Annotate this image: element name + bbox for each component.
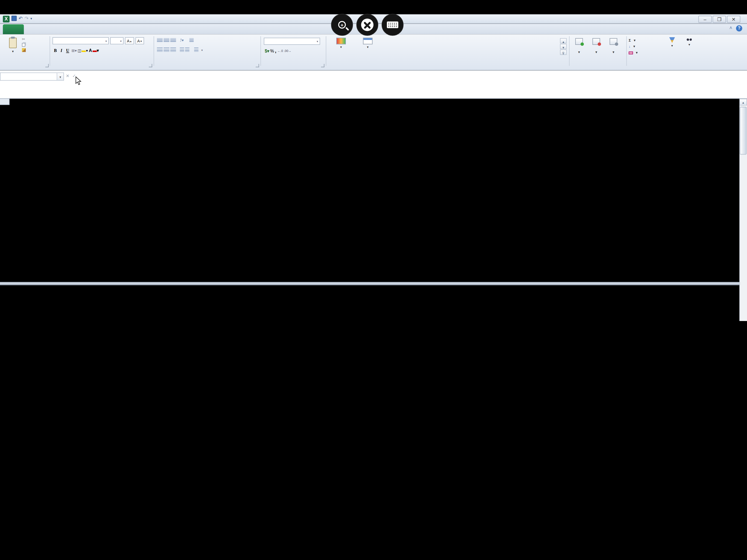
group-number: ▾ $▾ % , ←.0 .00→	[261, 35, 325, 69]
gallery-up-icon[interactable]: ▴	[560, 38, 567, 44]
conditional-formatting-icon	[336, 38, 346, 44]
minimize-ribbon-icon[interactable]: ˄	[729, 25, 732, 31]
number-dialog-launcher-icon[interactable]	[321, 64, 324, 67]
group-alignment: ⤴▾ ▾	[154, 35, 260, 69]
grow-font-icon[interactable]: A▲	[125, 37, 134, 44]
delete-cells-button[interactable]: ▾	[588, 37, 605, 54]
mouse-cursor	[75, 76, 82, 87]
font-name-select[interactable]: ▾	[52, 37, 109, 44]
increase-indent-icon[interactable]	[185, 48, 189, 52]
group-cells: ▾ ▾ ▾	[570, 35, 626, 69]
wrap-text-icon	[189, 38, 194, 43]
minimize-button[interactable]: –	[698, 16, 712, 23]
undo-icon[interactable]: ↶	[19, 16, 23, 21]
clipboard-dialog-launcher-icon[interactable]	[45, 64, 49, 67]
increase-decimal-icon[interactable]: ←.0	[277, 49, 283, 52]
annotation-tool-button[interactable]	[356, 14, 378, 36]
insert-icon	[575, 38, 583, 45]
font-color-icon[interactable]: A▾	[89, 48, 99, 53]
formula-bar	[0, 71, 747, 99]
decrease-decimal-icon[interactable]: .00→	[284, 49, 291, 52]
font-dialog-launcher-icon[interactable]	[149, 64, 152, 67]
group-styles: ▾ ▾ ▴ ▾ ⊽	[326, 35, 568, 69]
fill-button[interactable]: ↓ ▾	[628, 44, 638, 49]
decrease-indent-icon[interactable]	[180, 48, 184, 52]
tab-file[interactable]	[3, 24, 24, 34]
italic-icon[interactable]: I	[59, 48, 64, 53]
fill-color-icon[interactable]: ◫▾	[78, 48, 88, 53]
name-box-dropdown-icon[interactable]: ▾	[57, 73, 64, 81]
merge-center-button[interactable]: ▾	[194, 48, 203, 52]
alignment-dialog-launcher-icon[interactable]	[256, 64, 259, 67]
fill-down-icon: ↓	[628, 44, 630, 49]
group-editing: Σ ▾ ↓ ▾ ▾ ▾ ▾	[627, 35, 698, 69]
copy-button[interactable]	[22, 43, 27, 47]
conditional-formatting-button[interactable]: ▾	[328, 36, 354, 49]
letterbox-top	[0, 0, 747, 14]
autosum-button[interactable]: Σ ▾	[628, 38, 638, 43]
format-painter-button[interactable]	[22, 48, 27, 52]
vertical-scroll-thumb[interactable]	[740, 107, 746, 154]
window-controls: – ❐ ✕	[698, 16, 741, 23]
keyboard-tool-button[interactable]	[382, 14, 404, 36]
clipboard-icon	[9, 38, 17, 48]
delete-icon	[593, 38, 600, 45]
keyboard-icon	[387, 22, 398, 28]
orientation-icon[interactable]: ⤴▾	[180, 38, 184, 43]
gallery-down-icon[interactable]: ▾	[560, 44, 567, 49]
zoom-in-tool-button[interactable]: +	[331, 14, 353, 36]
comma-style-icon[interactable]: ,	[275, 48, 277, 53]
group-font: ▾ ▾ A▲ A▼ B I U ⊞▾ ◫▾ A▾	[51, 35, 153, 69]
find-select-button[interactable]: ▾	[681, 37, 697, 47]
paste-dropdown-icon[interactable]: ▾	[5, 50, 21, 53]
paste-button[interactable]: ▾	[5, 36, 21, 63]
format-painter-icon	[22, 48, 26, 52]
help-icon[interactable]: ?	[736, 25, 742, 31]
number-format-select[interactable]: ▾	[264, 38, 320, 45]
group-clipboard: ▾ ✂	[2, 35, 50, 69]
shrink-font-icon[interactable]: A▼	[135, 37, 144, 44]
close-button[interactable]: ✕	[727, 16, 741, 23]
magnifier-plus-icon: +	[338, 21, 346, 29]
underline-icon[interactable]: U	[65, 48, 71, 53]
save-icon[interactable]	[11, 16, 17, 21]
border-icon[interactable]: ⊞▾	[72, 48, 77, 53]
scissors-icon: ✂	[22, 37, 25, 42]
gallery-scroll: ▴ ▾ ⊽	[560, 38, 567, 55]
copy-icon	[22, 43, 25, 47]
clear-button[interactable]: ▾	[628, 51, 638, 55]
format-cells-button[interactable]: ▾	[605, 37, 622, 54]
binoculars-icon	[686, 37, 693, 42]
eraser-icon	[628, 51, 633, 54]
wrap-text-button[interactable]	[189, 38, 195, 43]
align-left-icon[interactable]	[157, 48, 163, 52]
excel-app-icon[interactable]: X	[3, 16, 9, 22]
insert-cells-button[interactable]: ▾	[571, 37, 588, 54]
scroll-up-icon[interactable]: ▴	[739, 99, 747, 105]
cut-button[interactable]: ✂	[22, 37, 27, 42]
bold-icon[interactable]: B	[52, 48, 58, 53]
sigma-icon: Σ	[628, 38, 631, 43]
name-box[interactable]	[0, 73, 57, 81]
gallery-more-icon[interactable]: ⊽	[560, 50, 567, 55]
percent-style-icon[interactable]: %	[270, 48, 274, 53]
select-all-corner[interactable]	[0, 99, 9, 105]
cancel-formula-icon[interactable]: ✕	[66, 74, 70, 78]
format-as-table-icon	[363, 38, 373, 44]
font-size-select[interactable]: ▾	[110, 37, 124, 44]
align-top-icon[interactable]	[157, 38, 163, 43]
group-separator	[50, 36, 50, 66]
redo-icon[interactable]: ↷	[25, 16, 29, 21]
accounting-format-icon[interactable]: $▾	[265, 48, 269, 53]
pane-split-bar[interactable]	[0, 282, 747, 285]
align-bottom-icon[interactable]	[170, 38, 176, 43]
merge-center-icon	[194, 48, 199, 52]
align-center-icon[interactable]	[163, 48, 169, 52]
align-middle-icon[interactable]	[163, 38, 169, 43]
format-as-table-button[interactable]: ▾	[356, 36, 380, 49]
screen-tools-overlay: +	[331, 14, 404, 36]
qat-dropdown-icon[interactable]: ▾	[30, 17, 32, 20]
align-right-icon[interactable]	[170, 48, 176, 52]
sort-filter-button[interactable]: ▾	[664, 37, 680, 48]
restore-button[interactable]: ❐	[713, 16, 726, 23]
